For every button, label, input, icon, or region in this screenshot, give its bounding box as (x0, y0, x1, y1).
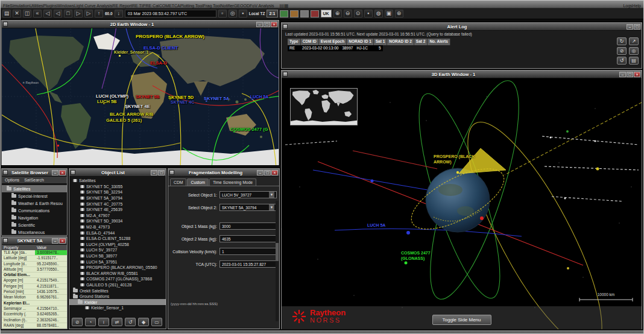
menu-item-right[interactable]: Help (633, 4, 641, 8)
satellite-browser-titlebar[interactable]: Satellite Browser – × (2, 169, 67, 177)
menu-item[interactable]: Plugins (43, 4, 57, 8)
minimize-button[interactable]: – (627, 24, 633, 30)
playback-icon[interactable]: ▷ (84, 10, 93, 17)
alert-table-row[interactable]: RE2023-03-02 00:13:0038997HJ-1C5 (288, 45, 383, 51)
menu-item[interactable]: Utilities (30, 4, 43, 8)
object-kielder-sensor[interactable]: Kielder_Sensor_1 (69, 305, 166, 311)
close-button[interactable]: × (59, 170, 66, 175)
menu-item-right[interactable]: Logs (623, 4, 632, 8)
alert-action-button[interactable]: ↺ (617, 57, 627, 65)
toolbar-icon[interactable]: ▤ (2, 10, 11, 17)
maximize-button[interactable]: □ (264, 22, 270, 27)
column-header[interactable]: Event Epoch (319, 39, 347, 45)
playback-icon[interactable]: « (33, 10, 42, 17)
toolbar-toggle-icon[interactable]: ◎ (229, 10, 237, 17)
alert-action-button[interactable]: ◎ (629, 47, 639, 55)
object-root-satellites[interactable]: Satellites (69, 178, 166, 184)
property-row[interactable]: Eccentricity (. 3.62465265.. (2, 312, 67, 317)
playback-icon[interactable]: ◁ (54, 10, 62, 17)
column-header[interactable]: Type (288, 39, 301, 45)
object-list-item[interactable]: LUCH (OLYMP)_40258 (69, 242, 166, 248)
object-list-tool-button[interactable]: ◔ (85, 318, 96, 326)
view-icon[interactable]: ▪ (364, 10, 373, 17)
aspect-ratio-button[interactable]: 2:1 (267, 10, 277, 17)
property-row[interactable]: Semimajor ... 4.21564710.. (2, 306, 67, 312)
playback-icon[interactable]: ◁ (43, 10, 52, 17)
object-list-item[interactable]: SKYNET 5C_33055 (69, 184, 166, 190)
close-button[interactable]: × (634, 72, 640, 77)
playback-icon[interactable]: ▷ (74, 10, 83, 17)
object-station-kielder[interactable]: Kielder (69, 299, 166, 305)
zoom-icon[interactable]: ⊖ (344, 10, 352, 17)
playback-icon[interactable]: □ (64, 10, 72, 17)
alert-action-button[interactable]: ↻ (617, 37, 627, 45)
menu-item[interactable]: Simulation (10, 4, 30, 8)
browser-menu-item[interactable]: Options (5, 178, 19, 182)
chevron-down-icon[interactable]: ▼ (269, 204, 274, 210)
menu-item[interactable]: CA (174, 4, 180, 8)
object-list-item[interactable]: LUCH 5A_37951 (69, 259, 166, 265)
value-input[interactable]: 1 (219, 248, 277, 255)
view-icon[interactable]: ◍ (374, 10, 383, 17)
minimize-button[interactable]: – (52, 238, 58, 244)
property-row[interactable]: Altitude [m] 3.57770550.. (2, 267, 67, 273)
toolbar-icon[interactable]: ✕ (13, 10, 21, 17)
fragmentation-titlebar[interactable]: Fragmentation Modelling – □ × (168, 169, 279, 177)
object-select[interactable]: SKYNET 5A_30794 ▼ (219, 204, 277, 211)
toolbar-toggle-icon[interactable]: ▫ (218, 10, 227, 17)
alert-action-button[interactable]: ▤ (629, 57, 639, 65)
object-list-item[interactable]: LUCH 5B_38977 (69, 253, 166, 259)
menu-icon[interactable]: ▦ (284, 3, 289, 8)
minimize-button[interactable]: – (151, 170, 157, 175)
object-list-item[interactable]: SKYNET 5D_39034 (69, 218, 166, 224)
map-style-thumbnail[interactable] (311, 10, 319, 17)
speed-down-icon[interactable]: ↓ (115, 10, 123, 17)
uk-region-button[interactable]: UK (321, 10, 332, 17)
object-list-item[interactable]: SKYNET 5A_30794 (69, 195, 166, 201)
zoom-icon[interactable]: ⊕ (333, 10, 342, 17)
object-list-item[interactable]: SKYNET 4E_25639 (69, 207, 166, 213)
menu-item[interactable]: File (3, 4, 10, 8)
object-list-item[interactable]: SKYNET 5B_32294 (69, 189, 166, 195)
object-list-tool-button[interactable]: ⊘ (72, 318, 83, 326)
properties-titlebar[interactable]: SKYNET 5A – × (2, 237, 67, 245)
object-list-item[interactable]: LUCH 5V_39727 (69, 247, 166, 253)
object-list-item[interactable]: COSMOS 2477 (GLONASS)_37868 (69, 276, 166, 282)
object-select[interactable]: LUCH 5V_39727 ▼ (219, 191, 277, 198)
tree-category[interactable]: Communications (2, 207, 67, 214)
close-button[interactable]: × (271, 22, 277, 27)
menu-item[interactable]: RE TIP (132, 4, 145, 8)
menu-item[interactable]: Plotting Tool (180, 4, 203, 8)
close-button[interactable]: × (59, 238, 66, 244)
object-list-item[interactable]: BLACK ARROW R/B_05581 (69, 271, 166, 277)
minimize-button[interactable]: – (619, 72, 626, 77)
property-row[interactable]: Latitude [deg] -1.9115177.. (2, 256, 67, 261)
maximize-button[interactable]: □ (634, 24, 640, 30)
simulation-time-field[interactable]: 03 Mar 2023 08:53:42.797 UTC (125, 10, 216, 17)
property-row[interactable]: Longitude [d.. 95.2245590.. (2, 262, 67, 267)
value-input[interactable]: 2023-03-01 15:35:27.827 (219, 260, 277, 268)
menu-icon[interactable]: ▤ (279, 3, 284, 8)
menu-item[interactable]: FoV Analysis (250, 4, 274, 8)
3d-earth-view[interactable]: PROSPERO (BLACK ARROW)LUCH 5ACOSMOS 2477… (282, 78, 642, 329)
tab[interactable]: Time Screening Mode (209, 178, 256, 186)
object-ground-stations[interactable]: Ground Stations (69, 294, 166, 300)
menu-item[interactable]: Notifier (221, 4, 234, 8)
column-header[interactable]: Sat 2 (414, 39, 428, 45)
maximize-button[interactable]: □ (158, 170, 165, 175)
toolbar-icon[interactable]: ◫ (23, 10, 31, 17)
property-row[interactable]: Apogee [m] 4.21517549.. (2, 278, 67, 283)
minimize-button[interactable]: – (52, 170, 58, 175)
tree-root-satellites[interactable]: Satellites (2, 185, 67, 192)
alert-log-titlebar[interactable]: Alert Log – □ (282, 23, 642, 31)
property-row[interactable]: RAAN [deg] 88.0578481.. (2, 323, 67, 329)
alert-action-button[interactable]: ↗ (629, 37, 639, 45)
tree-category[interactable]: Navigation (2, 214, 67, 221)
tree-category[interactable]: Scientific (2, 221, 67, 228)
column-header[interactable]: No. Alerts (428, 39, 450, 45)
tab[interactable]: CDM (170, 178, 186, 186)
map-style-thumbnail[interactable] (300, 10, 309, 17)
toolbar-toggle-icon[interactable]: ▪ (239, 10, 247, 17)
minimap-inset[interactable] (290, 88, 358, 125)
column-header[interactable]: NORAD ID 1 (347, 39, 374, 45)
